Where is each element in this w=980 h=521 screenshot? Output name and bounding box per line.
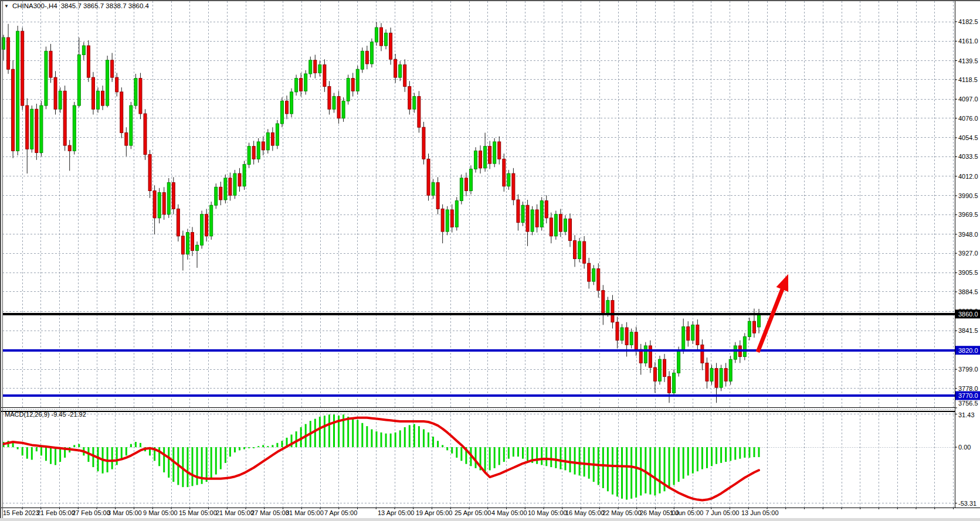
bear-candle-body [153, 190, 156, 217]
bull-candle-body [399, 64, 402, 77]
bear-candle-body [111, 60, 114, 77]
bull-candle-body [224, 178, 227, 200]
bear-candle-body [205, 214, 208, 236]
symbol-ohlc-values: 3845.7 3865.7 3838.7 3860.4 [61, 2, 149, 9]
price-tick-label: 3948.0 [958, 231, 978, 238]
bull-candle-body [201, 214, 204, 246]
window-bottom-frame [0, 518, 980, 521]
symbol-dropdown-icon[interactable]: ▼ [4, 4, 9, 9]
bull-candle-body [413, 97, 416, 110]
bear-candle-body [177, 209, 179, 236]
time-tick-label: 10 May 05:00 [528, 509, 567, 516]
bull-candle-body [134, 79, 137, 105]
price-tick-label: 3799.0 [958, 366, 978, 373]
bear-candle-body [120, 92, 123, 133]
bull-candle-body [385, 33, 388, 46]
price-tick-label: 3841.5 [958, 327, 978, 334]
price-tick-label: 3756.5 [958, 400, 978, 407]
bear-candle-body [87, 46, 90, 77]
hline-price-flag-text: 3820.0 [958, 347, 978, 354]
bear-candle-body [752, 321, 755, 333]
bull-candle-body [347, 79, 350, 101]
bear-candle-body [35, 109, 38, 152]
bear-candle-body [365, 51, 368, 64]
bull-candle-body [469, 169, 472, 190]
bear-candle-body [602, 291, 605, 314]
price-tick-label: 4118.5 [958, 76, 978, 83]
price-tick-label: 3905.5 [958, 269, 978, 276]
time-tick-label: 4 May 05:00 [491, 509, 527, 516]
bull-candle-body [370, 42, 373, 64]
bear-candle-body [389, 33, 392, 59]
macd-tick-label: -53.31 [958, 500, 976, 507]
bull-candle-body [620, 328, 623, 340]
bear-candle-body [512, 173, 515, 200]
grid-lines [2, 1, 955, 508]
bull-candle-body [758, 314, 761, 327]
time-tick-label: 15 Feb 2023 [3, 509, 39, 516]
macd-panel [4, 414, 759, 500]
bull-candle-body [677, 350, 680, 373]
bull-candle-body [276, 124, 279, 145]
hline-price-flag-text: 3770.0 [958, 392, 978, 399]
arrow-head[interactable] [776, 274, 788, 292]
bear-candle-body [535, 210, 538, 227]
time-tick-label: 13 Jun 05:00 [741, 509, 779, 516]
hline-price-flag: 3770.0 [955, 391, 980, 400]
bear-candle-body [687, 326, 690, 340]
time-tick-label: 25 Apr 05:00 [455, 509, 491, 516]
bear-candle-body [21, 31, 24, 105]
bull-candle-body [748, 321, 751, 336]
bull-candle-body [521, 205, 524, 222]
bear-candle-body [300, 79, 303, 91]
bear-candle-body [418, 97, 421, 128]
bear-candle-body [588, 263, 591, 281]
bear-candle-body [574, 241, 577, 259]
chart-window: 4182.54161.04139.54118.54097.04076.04054… [0, 0, 980, 521]
macd-tick-label: 31.43 [958, 411, 975, 418]
bull-candle-body [186, 233, 189, 254]
bull-candle-body [710, 369, 713, 382]
bear-candle-body [63, 91, 66, 145]
bear-candle-body [54, 77, 57, 109]
bear-candle-body [26, 105, 29, 149]
bull-candle-body [266, 132, 269, 149]
bull-candle-body [233, 173, 236, 195]
bull-candle-body [743, 337, 746, 357]
price-tick-label: 3927.0 [958, 250, 978, 257]
bear-candle-body [323, 64, 326, 86]
bear-candle-body [635, 332, 637, 349]
macd-axis[interactable]: 31.430.00-53.31 [955, 411, 976, 507]
time-tick-label: 21 Mar 05:00 [216, 509, 254, 516]
bear-candle-body [337, 97, 340, 118]
bear-candle-body [625, 328, 628, 345]
bull-candle-body [280, 101, 283, 124]
bull-candle-body [318, 64, 321, 73]
price-tick-label: 4012.0 [958, 173, 978, 180]
bull-candle-body [493, 142, 496, 164]
bear-candle-body [139, 79, 142, 114]
bull-candle-body [644, 346, 647, 363]
bear-candle-body [479, 151, 482, 168]
bear-candle-body [7, 38, 10, 69]
price-tick-label: 3778.0 [958, 385, 978, 392]
time-axis[interactable]: 15 Feb 202321 Feb 05:0027 Feb 05:003 Mar… [3, 508, 954, 516]
bear-candle-body [597, 269, 600, 291]
bull-candle-body [554, 214, 557, 236]
time-tick-label: 7 Apr 05:00 [324, 509, 357, 516]
macd-tick-label: 0.00 [958, 444, 971, 451]
bull-candle-body [257, 142, 260, 159]
bear-candle-body [262, 142, 265, 150]
bear-candle-body [550, 218, 552, 236]
bear-candle-body [616, 322, 619, 340]
time-tick-label: 16 May 05:00 [565, 509, 605, 516]
bear-candle-body [526, 205, 529, 231]
panel-borders [0, 0, 980, 521]
hline-price-flag: 3860.0 [955, 309, 980, 318]
bear-candle-body [101, 91, 104, 105]
price-axis[interactable]: 4182.54161.04139.54118.54097.04076.04054… [955, 18, 980, 408]
price-tick-label: 4139.5 [958, 57, 978, 64]
chart-canvas: 4182.54161.04139.54118.54097.04076.04054… [0, 0, 980, 521]
arrow-shaft[interactable] [758, 286, 784, 352]
bull-candle-body [729, 359, 732, 381]
